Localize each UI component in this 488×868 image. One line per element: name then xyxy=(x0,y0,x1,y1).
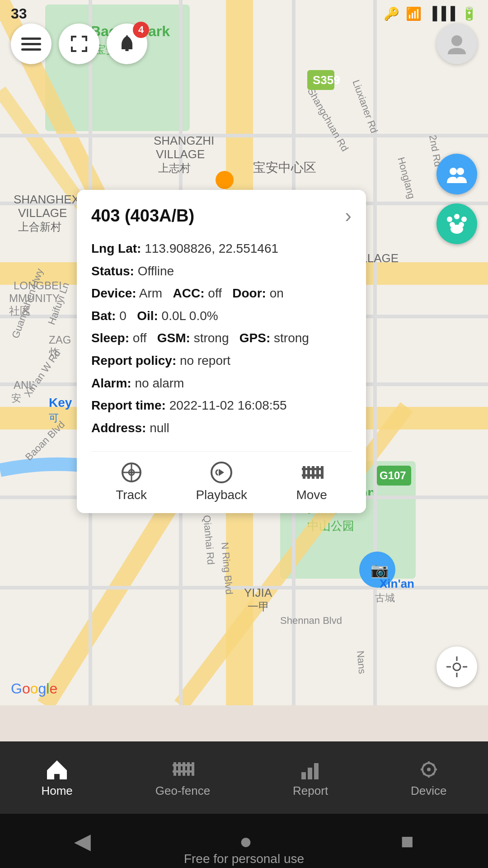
info-card: 403 (403A/B) › Lng Lat: 113.908826, 22.5… xyxy=(77,190,366,513)
svg-point-81 xyxy=(451,35,462,46)
google-logo: Google xyxy=(11,680,57,697)
svg-text:安: 安 xyxy=(11,392,21,404)
svg-text:VILLAGE: VILLAGE xyxy=(18,206,67,220)
notification-button[interactable]: 4 xyxy=(107,24,147,64)
svg-text:Key: Key xyxy=(49,396,72,410)
svg-text:Shangchuan Rd: Shangchuan Rd xyxy=(305,86,351,153)
report-policy-label: Report policy: xyxy=(91,354,176,368)
nav-geofence-label: Geo-fence xyxy=(155,784,210,798)
oil-value: 0.0L 0.0% xyxy=(162,309,218,323)
card-expand-button[interactable]: › xyxy=(345,204,352,227)
move-label: Move xyxy=(296,488,327,502)
card-title: 403 (403A/B) xyxy=(91,206,194,226)
svg-rect-69 xyxy=(21,38,41,40)
svg-point-103 xyxy=(453,663,460,670)
card-actions: Track Playback Move xyxy=(91,451,352,502)
my-location-button[interactable] xyxy=(436,646,477,687)
nav-report-label: Report xyxy=(293,784,328,798)
right-fabs xyxy=(436,154,477,244)
svg-point-84 xyxy=(447,217,452,222)
sys-back-button[interactable]: ◀ xyxy=(74,828,91,854)
nav-device-button[interactable]: Device xyxy=(411,758,446,798)
gsm-value: strong xyxy=(194,331,229,345)
svg-text:G107: G107 xyxy=(380,469,406,481)
svg-text:Qianhai Rd: Qianhai Rd xyxy=(201,514,216,565)
nav-device-label: Device xyxy=(411,784,446,798)
svg-point-86 xyxy=(461,217,467,222)
svg-text:Honglang: Honglang xyxy=(395,156,418,200)
svg-rect-79 xyxy=(85,47,87,52)
move-button[interactable]: Move xyxy=(296,461,327,502)
svg-rect-101 xyxy=(302,468,324,470)
pet-tracking-button[interactable] xyxy=(436,203,477,244)
svg-rect-77 xyxy=(71,47,73,52)
svg-text:S359: S359 xyxy=(313,73,340,87)
alarm-value: no alarm xyxy=(135,376,184,390)
svg-text:VILLAGE: VILLAGE xyxy=(156,147,205,161)
door-value: on xyxy=(270,286,284,300)
menu-button[interactable] xyxy=(11,24,52,64)
svg-point-82 xyxy=(450,168,457,175)
svg-point-94 xyxy=(130,471,133,474)
watermark: Free for personal use xyxy=(0,852,488,868)
wifi-icon: 📶 xyxy=(406,6,422,21)
svg-text:可: 可 xyxy=(49,412,59,424)
nav-report-button[interactable]: Report xyxy=(293,758,328,798)
svg-rect-75 xyxy=(85,36,87,41)
top-controls: 4 xyxy=(0,24,488,64)
svg-point-83 xyxy=(457,168,464,175)
bat-label: Bat: xyxy=(91,309,116,323)
svg-text:上合新村: 上合新村 xyxy=(18,221,61,233)
nav-geofence-button[interactable]: Geo-fence xyxy=(155,758,210,798)
sleep-label: Sleep: xyxy=(91,331,129,345)
svg-point-119 xyxy=(427,768,431,771)
nav-home-label: Home xyxy=(41,784,72,798)
user-avatar-button[interactable] xyxy=(436,24,477,64)
status-time: 33 xyxy=(11,5,27,22)
track-button[interactable]: Track xyxy=(116,461,147,502)
svg-text:上志村: 上志村 xyxy=(158,162,191,174)
svg-text:宝安中心区: 宝安中心区 xyxy=(253,160,316,175)
svg-text:Shennan Blvd: Shennan Blvd xyxy=(280,615,342,626)
nav-home-button[interactable]: Home xyxy=(41,758,72,798)
acc-value: off xyxy=(208,286,222,300)
gsm-label: GSM: xyxy=(157,331,190,345)
playback-label: Playback xyxy=(196,488,247,502)
address-value: null xyxy=(150,421,169,435)
svg-rect-116 xyxy=(308,768,312,779)
svg-rect-70 xyxy=(21,43,41,45)
device-value: Arm xyxy=(139,286,162,300)
svg-rect-115 xyxy=(301,772,306,779)
svg-text:📷: 📷 xyxy=(371,561,389,579)
svg-text:炸: 炸 xyxy=(49,346,60,359)
sys-recent-button[interactable]: ■ xyxy=(401,829,414,854)
lng-lat-label: Lng Lat: xyxy=(91,241,141,255)
sleep-value: off xyxy=(133,331,147,345)
bottom-nav: Home Geo-fence Report xyxy=(0,741,488,814)
svg-text:Xin'an: Xin'an xyxy=(380,577,414,590)
svg-rect-117 xyxy=(314,763,319,779)
bat-value: 0 xyxy=(119,309,127,323)
svg-rect-80 xyxy=(125,49,129,51)
signal-icon: ▐▐▐ xyxy=(428,6,455,21)
svg-text:SHANGZHI: SHANGZHI xyxy=(154,134,214,147)
acc-label: ACC: xyxy=(173,286,205,300)
door-label: Door: xyxy=(232,286,266,300)
status-bar: 33 🔑 📶 ▐▐▐ 🔋 xyxy=(0,0,488,27)
family-tracking-button[interactable] xyxy=(436,154,477,194)
zoom-fit-button[interactable] xyxy=(59,24,99,64)
key-icon: 🔑 xyxy=(384,6,399,21)
playback-button[interactable]: Playback xyxy=(196,461,247,502)
svg-rect-114 xyxy=(173,770,194,773)
report-time-value: 2022-11-02 16:08:55 xyxy=(169,398,287,412)
svg-text:YIJIA: YIJIA xyxy=(244,586,272,599)
svg-point-67 xyxy=(216,171,234,189)
status-label: Status: xyxy=(91,264,134,278)
sys-home-button[interactable]: ● xyxy=(239,829,252,854)
svg-point-89 xyxy=(450,225,463,234)
svg-text:Nans: Nans xyxy=(355,650,368,674)
track-label: Track xyxy=(116,488,147,502)
svg-point-85 xyxy=(454,214,460,219)
svg-text:一甲: 一甲 xyxy=(248,600,269,613)
svg-rect-113 xyxy=(173,764,194,766)
